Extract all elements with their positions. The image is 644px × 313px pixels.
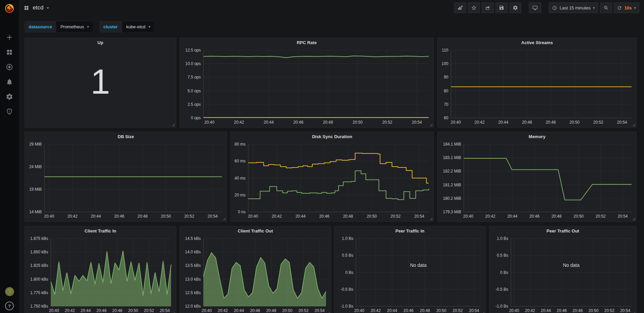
explore-compass-icon[interactable] <box>6 63 13 71</box>
x-tick-label: 20:48 <box>112 308 122 313</box>
x-tick-label: 20:54 <box>469 308 479 313</box>
y-tick-label: 7.5 ops <box>188 75 201 80</box>
y-tick-label: 1.750 kBs <box>30 304 48 309</box>
x-tick-label: 20:50 <box>161 214 171 219</box>
chart-memory[interactable]: 20:4020:4220:4420:4620:4820:5020:5220:54… <box>439 141 635 220</box>
x-tick-label: 20:42 <box>475 120 485 125</box>
panel-resize-handle[interactable] <box>632 123 635 126</box>
panel-resize-handle[interactable] <box>632 312 635 313</box>
panel-resize-handle[interactable] <box>223 217 226 220</box>
panel-disk-sync-duration: Disk Sync Duration20:4020:4220:4420:4620… <box>230 132 434 222</box>
sidebar: ? <box>0 0 19 313</box>
x-tick-label: 20:44 <box>507 214 517 219</box>
refresh-picker[interactable]: 10s ▾ <box>614 2 639 13</box>
dashboard-grid-icon <box>24 5 29 11</box>
page-title: etcd <box>33 4 43 11</box>
x-tick-label: 20:44 <box>264 120 274 125</box>
x-tick-label: 20:44 <box>80 308 91 313</box>
variable-label: cluster <box>99 21 122 33</box>
x-tick-label: 20:42 <box>525 308 535 313</box>
panel-title[interactable]: Client Traffic Out <box>180 226 331 235</box>
share-button[interactable] <box>482 2 494 13</box>
chart-rpc-rate[interactable]: 20:4020:4220:4420:4620:4820:5020:5220:54… <box>181 47 432 126</box>
y-tick-label: 0 Bs <box>500 270 508 275</box>
y-tick-label: 12.0 kBs <box>185 304 201 309</box>
panel-title[interactable]: Peer Traffic Out <box>489 226 636 235</box>
no-data-label: No data <box>410 262 426 268</box>
help-icon[interactable]: ? <box>5 302 14 310</box>
chart-db-size[interactable]: 20:4020:4220:4420:4620:4820:5020:5220:54… <box>26 141 225 220</box>
plus-icon[interactable] <box>6 34 13 41</box>
panel-resize-handle[interactable] <box>429 217 432 220</box>
panel-title[interactable]: DB Size <box>25 132 227 141</box>
panel-title[interactable]: Disk Sync Duration <box>231 132 433 141</box>
y-tick-label: 181.2 MiB <box>443 183 461 187</box>
x-tick-label: 20:50 <box>570 120 580 125</box>
dashboard-title-button[interactable]: etcd ▾ <box>24 4 49 11</box>
x-tick-label: 20:50 <box>588 308 599 313</box>
panel-resize-handle[interactable] <box>327 312 330 313</box>
panel-title[interactable]: Memory <box>438 132 636 141</box>
variable-value: kube-etcd <box>126 24 146 29</box>
chart-disk-sync-duration[interactable]: 20:4020:4220:4420:4620:4820:5020:5220:54… <box>232 141 432 220</box>
variables-row: datasource Prometheus▾ cluster kube-etcd… <box>25 21 155 33</box>
no-data-label: No data <box>563 262 579 268</box>
add-panel-button[interactable] <box>454 2 466 13</box>
panel-title[interactable]: Client Traffic In <box>25 226 176 235</box>
y-tick-label: 19 MiB <box>29 187 42 192</box>
chevron-down-icon: ▾ <box>593 6 595 10</box>
y-tick-label: 1.800 kBs <box>30 277 48 282</box>
x-tick-label: 20:54 <box>160 308 170 313</box>
grafana-logo[interactable] <box>4 3 15 13</box>
alerting-bell-icon[interactable] <box>6 78 13 86</box>
x-tick-label: 20:52 <box>593 120 603 125</box>
chart-client-traffic-out[interactable]: 20:4020:4220:4420:4620:4820:5020:5220:54… <box>181 235 329 313</box>
panel-title[interactable]: RPC Rate <box>180 38 433 47</box>
configuration-gear-icon[interactable] <box>6 93 13 100</box>
panel-resize-handle[interactable] <box>481 312 484 313</box>
star-icon <box>471 5 477 10</box>
y-tick-label: 180.2 MiB <box>443 196 461 201</box>
panel-db-size: DB Size20:4020:4220:4420:4620:4820:5020:… <box>25 132 227 222</box>
chart-active-streams[interactable]: 20:4020:4220:4420:4620:4820:5020:5220:54… <box>439 47 635 126</box>
save-button[interactable] <box>495 2 508 13</box>
y-tick-label: 1.775 kBs <box>30 290 48 295</box>
y-tick-label: -0.5 Bs <box>495 287 508 292</box>
x-tick-label: 20:46 <box>250 308 260 313</box>
panel-title[interactable]: Active Streams <box>438 38 636 47</box>
zoom-out-button[interactable] <box>600 2 612 13</box>
chevron-down-icon: ▾ <box>47 6 49 10</box>
chart-peer-traffic-in[interactable]: 20:4020:4220:4420:4620:4820:5020:5220:54… <box>336 235 484 313</box>
panel-resize-handle[interactable] <box>172 312 175 313</box>
user-avatar[interactable] <box>5 287 14 296</box>
panel-title[interactable]: Peer Traffic In <box>334 226 485 235</box>
panel-resize-handle[interactable] <box>632 217 635 220</box>
x-tick-label: 20:48 <box>323 120 333 125</box>
server-admin-shield-icon[interactable] <box>6 108 13 115</box>
dashboards-icon[interactable] <box>6 49 13 56</box>
panel-resize-handle[interactable] <box>172 123 175 126</box>
x-tick-label: 20:44 <box>234 308 244 313</box>
variable-cluster[interactable]: cluster kube-etcd▾ <box>99 21 155 33</box>
x-tick-label: 20:46 <box>96 308 106 313</box>
singlestat-value: 1 <box>25 47 176 117</box>
y-tick-label: 110 <box>442 48 448 53</box>
sidebar-bottom: ? <box>5 287 14 313</box>
time-range-picker[interactable]: Last 15 minutes ▾ <box>549 2 598 13</box>
y-tick-label: -1.0 Bs <box>495 304 508 309</box>
dashboard-settings-button[interactable] <box>509 2 521 13</box>
y-tick-label: 10.0 ops <box>185 61 201 66</box>
chart-peer-traffic-out[interactable]: 20:4020:4220:4420:4620:4820:5020:5220:54… <box>491 235 635 313</box>
y-tick-label: 12.5 kBs <box>185 290 201 295</box>
cycle-view-mode-button[interactable] <box>529 2 541 13</box>
panel-resize-handle[interactable] <box>429 123 432 126</box>
star-button[interactable] <box>468 2 480 13</box>
variable-datasource[interactable]: datasource Prometheus▾ <box>25 21 93 33</box>
y-tick-label: 1.875 kBs <box>30 236 48 241</box>
variable-label: datasource <box>25 21 56 33</box>
x-tick-label: 20:52 <box>453 308 463 313</box>
chart-client-traffic-in[interactable]: 20:4020:4220:4420:4620:4820:5020:5220:54… <box>26 235 174 313</box>
panel-title[interactable]: Up <box>25 38 176 47</box>
refresh-interval-label: 10s <box>624 5 632 10</box>
x-tick-label: 20:50 <box>353 120 363 125</box>
